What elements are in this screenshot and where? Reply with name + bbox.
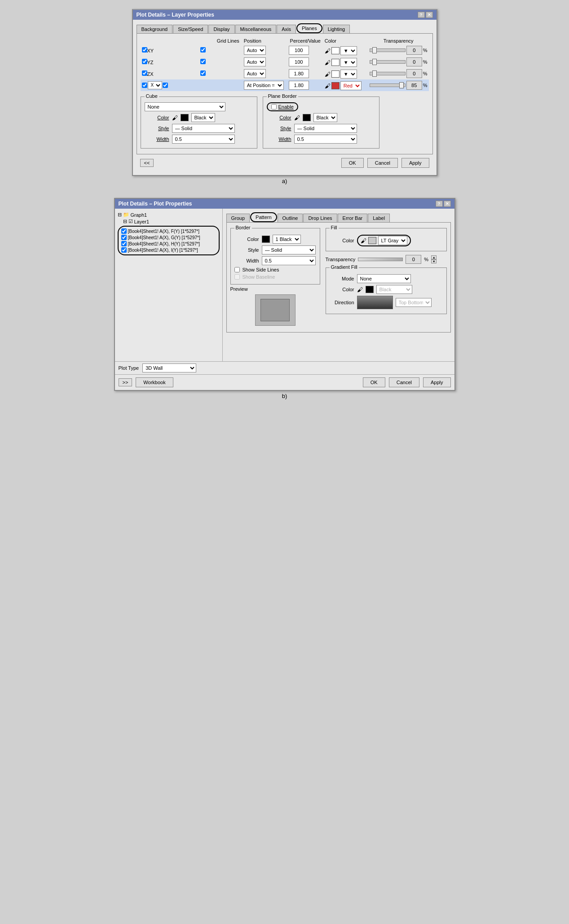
close-button-b[interactable]: ✕ [444,201,451,207]
list-item[interactable]: [Book4]Sheet1! A(X), I(Y) [1*5297*] [121,247,216,253]
tab-group-b[interactable]: Group [226,214,250,222]
border-style-select[interactable]: — Solid [262,245,316,254]
yz-slider-thumb[interactable] [372,59,377,65]
close-button[interactable]: ✕ [426,12,433,18]
tab-background[interactable]: Background [137,25,173,33]
transparency-slider[interactable] [358,258,403,261]
tab-droplines-b[interactable]: Drop Lines [303,214,337,222]
cube-type-select[interactable]: None [145,102,225,111]
list-item[interactable]: [Book4]Sheet1! A(X), F(Y) [1*5297*] [121,228,216,234]
zx-paint-icon[interactable]: 🖌 [325,71,331,78]
planeborder-paint-icon[interactable]: 🖌 [294,114,300,121]
apply-button-b[interactable]: Apply [423,377,451,387]
show-side-lines-cb[interactable] [234,267,240,272]
gradient-dir-select[interactable]: Top Bottom [396,298,432,307]
tab-axis[interactable]: Axis [277,25,296,33]
gradient-color-select[interactable]: Black [376,285,412,294]
xy2-value[interactable] [289,81,309,90]
planeborder-color-select[interactable]: Black [313,113,337,122]
border-width-select[interactable]: 0.5 [262,256,316,265]
help-button-b[interactable]: ? [436,201,443,207]
item1-cb[interactable] [121,228,127,234]
xy-cb1[interactable] [142,47,147,53]
tree-root[interactable]: ⊟ 📁 Graph1 [118,211,220,218]
xy2-slider-track[interactable] [370,83,406,87]
xy2-cb2[interactable] [163,83,168,88]
cube-width-select[interactable]: 0.5 [172,135,235,144]
xy-value[interactable] [289,46,309,55]
cube-color-select[interactable]: Black [191,113,215,122]
cancel-button-a[interactable]: Cancel [367,158,398,168]
gradient-mode-select[interactable]: None [357,274,411,283]
tab-miscellaneous[interactable]: Miscellaneous [235,25,277,33]
xy2-type-select[interactable]: XY [148,81,162,89]
border-color-select[interactable]: 1 Black [273,235,301,244]
item2-cb[interactable] [121,235,127,240]
show-baseline-cb[interactable] [234,274,240,280]
xy-paint-icon[interactable]: 🖌 [325,48,331,54]
list-item[interactable]: [Book4]Sheet1! A(X), H(Y) [1*5297*] [121,241,216,247]
tab-lighting[interactable]: Lighting [323,25,350,33]
yz-cb1[interactable] [142,59,147,64]
yz-cb2[interactable] [200,59,206,64]
yz-pct[interactable] [406,57,422,66]
back-button[interactable]: << [140,159,154,167]
zx-cb1[interactable] [142,70,147,76]
yz-paint-icon[interactable]: 🖌 [325,59,331,66]
workbook-button-b[interactable]: Workbook [136,377,173,387]
apply-button-a[interactable]: Apply [401,158,429,168]
list-item[interactable]: [Book4]Sheet1! A(X), G(Y) [1*5297*] [121,234,216,241]
zx-color-select[interactable]: ▼ [340,70,357,79]
tab-label-b[interactable]: Label [368,214,390,222]
item3-cb[interactable] [121,241,127,246]
zx-slider-thumb[interactable] [372,70,377,77]
zx-value[interactable] [289,69,309,78]
plot-type-select[interactable]: 3D Wall [142,363,196,372]
fill-paint-icon[interactable]: 🖌 [361,237,366,244]
tab-errorbar-b[interactable]: Error Bar [338,214,368,222]
xy2-slider-thumb[interactable] [399,82,404,88]
cube-paint-icon[interactable]: 🖌 [172,114,178,121]
fill-color-select[interactable]: LT Gray [378,236,407,245]
yz-value[interactable] [289,57,309,66]
xy-pct[interactable] [406,46,422,55]
ok-button-a[interactable]: OK [341,158,364,168]
xy-slider-thumb[interactable] [372,47,377,53]
transparency-value[interactable] [406,255,421,264]
help-button[interactable]: ? [418,12,425,18]
zx-cb2[interactable] [200,70,206,76]
zx-pct[interactable] [406,69,422,78]
zx-position[interactable]: Auto [244,69,266,78]
cancel-button-b[interactable]: Cancel [389,377,419,387]
yz-position[interactable]: Auto [244,57,266,66]
tab-planes[interactable]: Planes [296,23,322,33]
xy-slider-track[interactable] [370,48,406,52]
planeborder-width-select[interactable]: 0.5 [294,135,357,144]
tree-layer[interactable]: ⊟ ☑ Layer1 [118,218,220,225]
xy-color-select[interactable]: ▼ [340,46,357,55]
xy2-cb1[interactable] [142,83,147,88]
ok-button-b[interactable]: OK [363,377,385,387]
xy2-paint-icon[interactable]: 🖌 [325,83,331,89]
spin-down[interactable]: ▼ [431,259,437,263]
tab-display[interactable]: Display [208,25,234,33]
xy2-position[interactable]: At Position = [244,81,284,90]
tab-pattern-b[interactable]: Pattern [250,212,277,222]
tab-outline-b[interactable]: Outline [278,214,303,222]
planeborder-style-select[interactable]: — Solid [294,124,357,133]
yz-slider-track[interactable] [370,60,406,64]
nav-button-b[interactable]: >> [119,378,132,386]
xy-position[interactable]: Auto [244,46,266,55]
item4-cb[interactable] [121,247,127,253]
gradient-paint-icon[interactable]: 🖌 [357,286,363,293]
yz-color-select[interactable]: ▼ [340,58,357,67]
planeborder-enable-cb[interactable] [271,104,277,109]
xy2-pct[interactable] [406,81,422,90]
tab-sizespeed[interactable]: Size/Speed [173,25,208,33]
zx-slider-track[interactable] [370,72,406,75]
spin-up[interactable]: ▲ [431,255,437,259]
transparency-spinner[interactable]: ▲ ▼ [431,255,437,263]
cube-style-select[interactable]: — Solid [172,124,235,133]
xy-cb2[interactable] [200,47,206,53]
xy2-color-select[interactable]: Red [340,81,362,90]
